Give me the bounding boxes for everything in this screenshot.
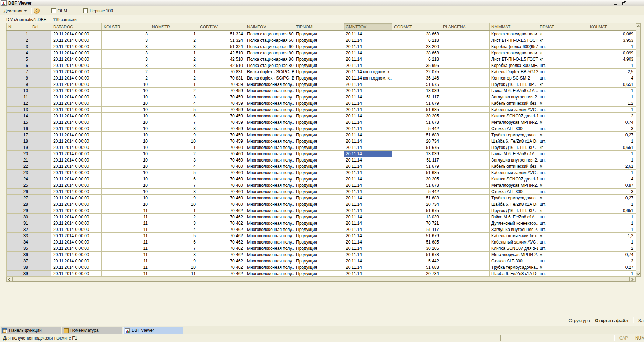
cell-n[interactable]: 21 — [7, 157, 30, 163]
cell-datadoc[interactable]: 20.11.2014 0:00:00 — [51, 144, 102, 151]
cell-codmat[interactable]: 28 200 — [392, 43, 441, 50]
cell-kolmat[interactable]: 1 — [588, 239, 636, 245]
cell-naimmat[interactable]: Стяжка ALT-300 — [490, 189, 538, 195]
cell-kolmat[interactable]: 2 — [588, 245, 636, 252]
cell-datadoc[interactable]: 20.11.2014 0:00:00 — [51, 113, 102, 119]
cell-kolstr[interactable]: 11 — [102, 264, 150, 271]
cell-datadoc[interactable]: 20.11.2014 0:00:00 — [51, 88, 102, 94]
cell-tipnom[interactable]: Продукция — [294, 81, 344, 88]
cell-naimtov[interactable]: Многоволоконная полу... — [245, 252, 294, 258]
cell-edmat[interactable]: м — [538, 100, 588, 107]
cell-codmat[interactable]: 13 039 — [392, 151, 441, 157]
cell-edmat[interactable]: м — [538, 119, 588, 125]
cell-kolmat[interactable]: 0,27 — [588, 132, 636, 138]
cell-datadoc[interactable]: 20.11.2014 0:00:00 — [51, 245, 102, 252]
taskbar-tab-nomenclature[interactable]: Номенклатура — [62, 327, 122, 334]
cell-edmat[interactable]: шт. — [538, 151, 588, 157]
cell-del[interactable] — [30, 182, 51, 189]
cell-cmnttov[interactable]: 20.11.14 — [344, 226, 392, 233]
cell-kolmat[interactable]: 0,74 — [588, 119, 636, 125]
cell-edmat[interactable]: м — [538, 264, 588, 271]
cell-n[interactable]: 29 — [7, 207, 30, 214]
cell-cmnttov[interactable]: 20.11.14 — [344, 88, 392, 94]
cell-datadoc[interactable]: 20.11.2014 0:00:00 — [51, 264, 102, 271]
cell-kolmat[interactable]: 1 — [588, 43, 636, 50]
cell-naimtov[interactable]: Вилка duplex - SC/PC- B... — [245, 69, 294, 75]
cell-cmnttov[interactable]: 20.11.14 конн.одном. к... — [344, 75, 392, 81]
cell-datadoc[interactable]: 20.11.2014 0:00:00 — [51, 43, 102, 50]
cell-plancena[interactable] — [441, 119, 490, 125]
cell-naimtov[interactable]: Полка стационарная 80... — [245, 56, 294, 62]
cell-del[interactable] — [30, 258, 51, 264]
cell-nomstr[interactable]: 8 — [150, 125, 198, 132]
cell-del[interactable] — [30, 37, 51, 43]
cell-cmnttov[interactable]: 20.11.14 — [344, 50, 392, 56]
column-header-codmat[interactable]: CODMAT — [392, 23, 441, 31]
cell-kolstr[interactable]: 10 — [102, 163, 150, 170]
cell-codmat[interactable]: 51 117 — [392, 94, 441, 100]
scroll-up-button[interactable] — [636, 23, 640, 29]
cell-naimmat[interactable]: Заглушка внутренняя 2... — [490, 226, 538, 233]
cell-kolstr[interactable]: 10 — [102, 195, 150, 201]
cell-plancena[interactable] — [441, 201, 490, 207]
cell-tipnom[interactable]: Продукция — [294, 201, 344, 207]
cell-kolmat[interactable]: 1 — [588, 201, 636, 207]
cell-cmnttov[interactable]: 20.11.14 — [344, 189, 392, 195]
cell-naimmat[interactable]: Клипса SCNC07 для d-1... — [490, 245, 538, 252]
scroll-left-button[interactable] — [7, 277, 12, 282]
cell-nomstr[interactable]: 1 — [150, 81, 198, 88]
cell-kolstr[interactable]: 11 — [102, 226, 150, 233]
cell-n[interactable]: 35 — [7, 245, 30, 252]
cell-del[interactable] — [30, 271, 51, 277]
cell-kolstr[interactable]: 10 — [102, 119, 150, 125]
cell-codmat[interactable]: 28 663 — [392, 50, 441, 56]
cell-cmnttov[interactable]: 20.11.14 — [344, 157, 392, 163]
cell-n[interactable]: 36 — [7, 252, 30, 258]
cell-tipnom[interactable]: Продукция — [294, 107, 344, 113]
cell-edmat[interactable]: шт. — [538, 125, 588, 132]
cell-codtov[interactable]: 70 459 — [198, 113, 245, 119]
cell-codtov[interactable]: 70 831 — [198, 75, 245, 81]
cell-datadoc[interactable]: 20.11.2014 0:00:00 — [51, 239, 102, 245]
cell-del[interactable] — [30, 43, 51, 50]
cell-codtov[interactable]: 70 459 — [198, 81, 245, 88]
cell-naimtov[interactable]: Многоволоконная полу... — [245, 220, 294, 226]
cell-kolstr[interactable]: 10 — [102, 182, 150, 189]
cell-del[interactable] — [30, 138, 51, 144]
cell-codmat[interactable]: 51 675 — [392, 144, 441, 151]
cell-codtov[interactable]: 70 462 — [198, 220, 245, 226]
cell-cmnttov[interactable]: 20.11.14 — [344, 201, 392, 207]
cell-naimmat[interactable]: Гайка М 6. Fe/Zn8 с1А ... — [490, 151, 538, 157]
cell-edmat[interactable]: шт. — [538, 258, 588, 264]
cell-naimmat[interactable]: Кабель оптический без... — [490, 100, 538, 107]
cell-kolmat[interactable]: 4 — [588, 176, 636, 182]
structure-button[interactable]: Структура — [568, 318, 590, 323]
cell-codmat[interactable]: 6 218 — [392, 56, 441, 62]
cell-del[interactable] — [30, 214, 51, 220]
cell-kolstr[interactable]: 10 — [102, 201, 150, 207]
cell-del[interactable] — [30, 226, 51, 233]
cell-codtov[interactable]: 70 460 — [198, 195, 245, 201]
cell-tipnom[interactable]: Продукция — [294, 125, 344, 132]
cell-datadoc[interactable]: 20.11.2014 0:00:00 — [51, 69, 102, 75]
cell-codmat[interactable]: 35 996 — [392, 62, 441, 69]
cell-codtov[interactable]: 70 459 — [198, 94, 245, 100]
oem-checkbox[interactable] — [51, 8, 56, 13]
cell-kolstr[interactable]: 3 — [102, 31, 150, 37]
column-header-n[interactable]: N — [7, 23, 30, 31]
cell-nomstr[interactable]: 2 — [150, 214, 198, 220]
cell-kolstr[interactable]: 3 — [102, 56, 150, 62]
cell-edmat[interactable]: шт. — [538, 157, 588, 163]
cell-naimtov[interactable]: Полка стационарная 80... — [245, 50, 294, 56]
column-header-nomstr[interactable]: NOMSTR — [150, 23, 198, 31]
cell-datadoc[interactable]: 20.11.2014 0:00:00 — [51, 157, 102, 163]
cell-codtov[interactable]: 70 460 — [198, 151, 245, 157]
cell-datadoc[interactable]: 20.11.2014 0:00:00 — [51, 81, 102, 88]
column-header-naimmat[interactable]: NAIMMAT — [490, 23, 538, 31]
cell-naimtov[interactable]: Многоволоконная полу... — [245, 264, 294, 271]
cell-kolmat[interactable]: 0,651 — [588, 207, 636, 214]
help-button[interactable]: ? — [34, 8, 40, 14]
cell-tipnom[interactable]: Продукция — [294, 226, 344, 233]
cell-tipnom[interactable]: Продукция — [294, 264, 344, 271]
cell-codmat[interactable]: 30 205 — [392, 176, 441, 182]
